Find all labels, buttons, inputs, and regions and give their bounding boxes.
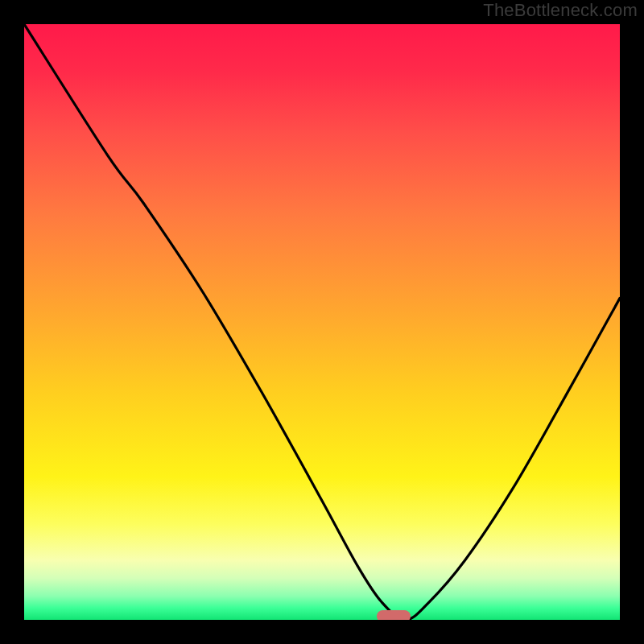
optimal-marker (377, 610, 411, 620)
chart-root: TheBottleneck.com (0, 0, 644, 644)
bottleneck-curve (24, 24, 620, 620)
watermark-text: TheBottleneck.com (483, 0, 638, 21)
plot-area (24, 24, 620, 620)
